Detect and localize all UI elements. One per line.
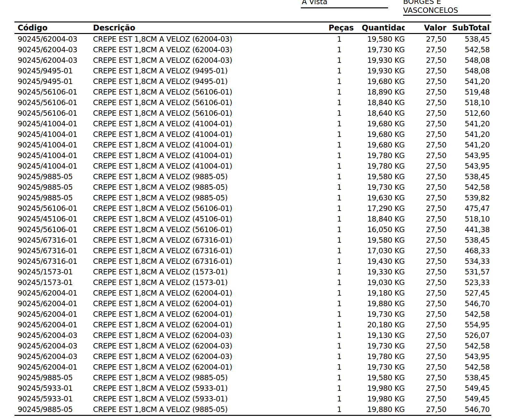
item-codigo-cell: 90245/62004-03 — [14, 34, 90, 45]
item-descricao-cell: CREPE EST 1,8CM A VELOZ (62004-01) — [90, 298, 293, 309]
item-row: 90245/62004-01 CREPE EST 1,8CM A VELOZ (… — [14, 320, 491, 330]
item-valor-cell: 27,50 — [405, 383, 446, 394]
item-row: 90245/62004-03 CREPE EST 1,8CM A VELOZ (… — [14, 55, 491, 66]
item-codigo-cell: 90245/62004-03 — [14, 351, 90, 362]
item-valor-cell: 27,50 — [405, 277, 446, 288]
item-valor-cell: 27,50 — [405, 182, 446, 193]
item-pecas-cell: 1 — [293, 256, 354, 267]
item-quantidade-cell: 18,890 KG — [354, 87, 405, 97]
item-codigo-cell: 90245/62004-01 — [14, 298, 90, 309]
item-subtotal-cell: 542,58 — [446, 309, 491, 320]
item-valor-cell: 27,50 — [405, 66, 446, 76]
item-valor-cell: 27,50 — [405, 341, 446, 351]
item-subtotal-cell: 512,60 — [446, 108, 491, 119]
customer-name-line2: VASCONCELOS — [403, 6, 458, 15]
item-quantidade-cell: 19,680 KG — [354, 119, 405, 129]
header-row: Código Descrição Peças Quantidade Valor … — [14, 22, 491, 34]
item-valor-cell: 27,50 — [405, 320, 446, 330]
item-valor-cell: 27,50 — [405, 97, 446, 108]
item-quantidade-cell: 19,130 KG — [354, 330, 405, 341]
item-valor-cell: 27,50 — [405, 309, 446, 320]
item-subtotal-cell: 539,82 — [446, 193, 491, 203]
item-codigo-cell: 90245/41004-01 — [14, 140, 90, 150]
item-quantidade-cell: 19,780 KG — [354, 351, 405, 362]
item-pecas-cell: 1 — [293, 97, 354, 108]
item-valor-cell: 27,50 — [405, 288, 446, 298]
item-descricao-cell: CREPE EST 1,8CM A VELOZ (56106-01) — [90, 224, 293, 235]
item-subtotal-cell: 546,70 — [446, 298, 491, 309]
item-codigo-cell: 90245/45106-01 — [14, 214, 90, 224]
column-header-subtotal: SubTotal — [446, 22, 491, 34]
item-descricao-cell: CREPE EST 1,8CM A VELOZ (41004-01) — [90, 140, 293, 150]
item-row: 90245/62004-01 CREPE EST 1,8CM A VELOZ (… — [14, 309, 491, 320]
item-row: 90245/9885-05 CREPE EST 1,8CM A VELOZ (9… — [14, 172, 491, 182]
item-descricao-cell: CREPE EST 1,8CM A VELOZ (62004-03) — [90, 351, 293, 362]
item-codigo-cell: 90245/62004-01 — [14, 309, 90, 320]
item-quantidade-cell: 19,430 KG — [354, 256, 405, 267]
item-pecas-cell: 1 — [293, 203, 354, 214]
item-subtotal-cell: 518,10 — [446, 214, 491, 224]
item-pecas-cell: 1 — [293, 373, 354, 383]
item-row: 90245/56106-01 CREPE EST 1,8CM A VELOZ (… — [14, 97, 491, 108]
item-pecas-cell: 1 — [293, 288, 354, 298]
item-pecas-cell: 1 — [293, 45, 354, 55]
item-descricao-cell: CREPE EST 1,8CM A VELOZ (5933-01) — [90, 383, 293, 394]
item-row: 90245/9885-05 CREPE EST 1,8CM A VELOZ (9… — [14, 193, 491, 203]
item-pecas-cell: 1 — [293, 161, 354, 172]
item-row: 90245/9495-01 CREPE EST 1,8CM A VELOZ (9… — [14, 76, 491, 87]
item-subtotal-cell: 543,95 — [446, 161, 491, 172]
item-codigo-cell: 90245/1573-01 — [14, 277, 90, 288]
item-descricao-cell: CREPE EST 1,8CM A VELOZ (62004-01) — [90, 362, 293, 373]
item-row: 90245/56106-01 CREPE EST 1,8CM A VELOZ (… — [14, 87, 491, 97]
items-table: Código Descrição Peças Quantidade Valor … — [14, 21, 491, 416]
item-subtotal-cell: 541,20 — [446, 140, 491, 150]
item-quantidade-cell: 19,180 KG — [354, 288, 405, 298]
item-subtotal-cell: 543,95 — [446, 150, 491, 161]
item-row: 90245/62004-03 CREPE EST 1,8CM A VELOZ (… — [14, 330, 491, 341]
item-valor-cell: 27,50 — [405, 108, 446, 119]
item-codigo-cell: 90245/62004-01 — [14, 320, 90, 330]
item-row: 90245/45106-01 CREPE EST 1,8CM A VELOZ (… — [14, 214, 491, 224]
item-pecas-cell: 1 — [293, 246, 354, 256]
item-row: 90245/56106-01 CREPE EST 1,8CM A VELOZ (… — [14, 224, 491, 235]
item-codigo-cell: 90245/67316-01 — [14, 235, 90, 246]
item-subtotal-cell: 542,58 — [446, 341, 491, 351]
payment-terms-label: À Vista — [302, 0, 327, 6]
item-quantidade-cell: 19,730 KG — [354, 362, 405, 373]
item-subtotal-cell: 531,57 — [446, 267, 491, 277]
item-valor-cell: 27,50 — [405, 172, 446, 182]
item-valor-cell: 27,50 — [405, 193, 446, 203]
item-valor-cell: 27,50 — [405, 76, 446, 87]
item-quantidade-cell: 19,580 KG — [354, 172, 405, 182]
item-descricao-cell: CREPE EST 1,8CM A VELOZ (62004-03) — [90, 341, 293, 351]
item-valor-cell: 27,50 — [405, 362, 446, 373]
item-pecas-cell: 1 — [293, 108, 354, 119]
item-descricao-cell: CREPE EST 1,8CM A VELOZ (9885-05) — [90, 172, 293, 182]
item-valor-cell: 27,50 — [405, 373, 446, 383]
item-descricao-cell: CREPE EST 1,8CM A VELOZ (62004-03) — [90, 330, 293, 341]
item-row: 90245/1573-01 CREPE EST 1,8CM A VELOZ (1… — [14, 267, 491, 277]
item-subtotal-cell: 538,45 — [446, 235, 491, 246]
item-valor-cell: 27,50 — [405, 214, 446, 224]
item-subtotal-cell: 519,48 — [446, 87, 491, 97]
item-codigo-cell: 90245/9885-05 — [14, 193, 90, 203]
item-valor-cell: 27,50 — [405, 203, 446, 214]
item-subtotal-cell: 543,95 — [446, 351, 491, 362]
item-row: 90245/41004-01 CREPE EST 1,8CM A VELOZ (… — [14, 161, 491, 172]
item-subtotal-cell: 518,10 — [446, 97, 491, 108]
item-codigo-cell: 90245/62004-01 — [14, 362, 90, 373]
item-codigo-cell: 90245/67316-01 — [14, 246, 90, 256]
item-quantidade-cell: 18,840 KG — [354, 97, 405, 108]
item-codigo-cell: 90245/9885-05 — [14, 404, 90, 416]
item-descricao-cell: CREPE EST 1,8CM A VELOZ (1573-01) — [90, 277, 293, 288]
item-descricao-cell: CREPE EST 1,8CM A VELOZ (9885-05) — [90, 373, 293, 383]
item-subtotal-cell: 546,70 — [446, 404, 491, 416]
item-descricao-cell: CREPE EST 1,8CM A VELOZ (67316-01) — [90, 256, 293, 267]
item-row: 90245/56106-01 CREPE EST 1,8CM A VELOZ (… — [14, 108, 491, 119]
item-valor-cell: 27,50 — [405, 330, 446, 341]
item-codigo-cell: 90245/9885-05 — [14, 373, 90, 383]
item-quantidade-cell: 18,840 KG — [354, 214, 405, 224]
item-row: 90245/62004-03 CREPE EST 1,8CM A VELOZ (… — [14, 351, 491, 362]
item-descricao-cell: CREPE EST 1,8CM A VELOZ (62004-03) — [90, 34, 293, 45]
item-codigo-cell: 90245/56106-01 — [14, 203, 90, 214]
